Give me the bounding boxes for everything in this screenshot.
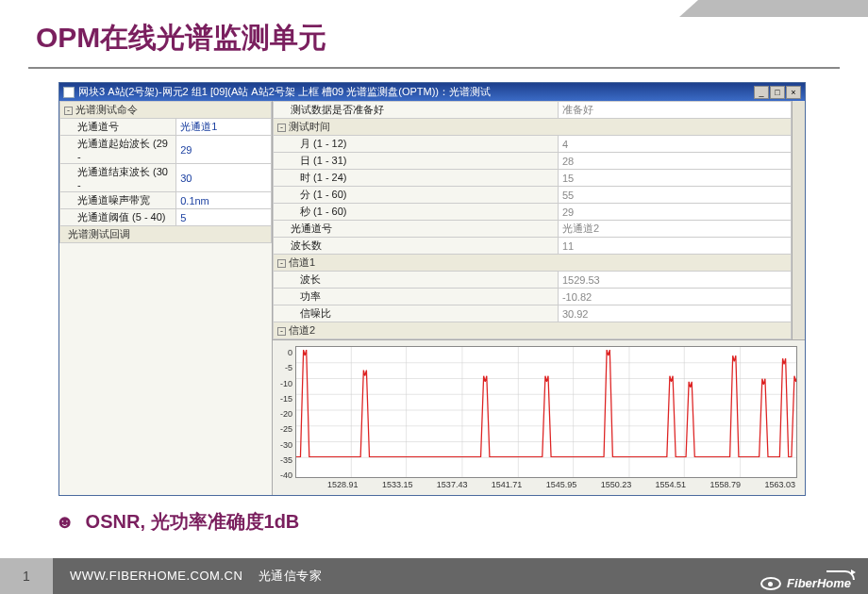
title-bar[interactable]: 网块3 A站(2号架)-网元2 组1 [09](A站 A站2号架 上框 槽09 … xyxy=(59,83,805,101)
bullet-icon: ☻ xyxy=(55,511,75,532)
prop-val[interactable]: 0.1nm xyxy=(176,192,272,209)
logo-eye-icon xyxy=(760,577,781,590)
app-window: 网块3 A站(2号架)-网元2 组1 [09](A站 A站2号架 上框 槽09 … xyxy=(58,82,806,496)
close-button[interactable]: × xyxy=(786,86,801,99)
prop-key: 月 (1 - 12) xyxy=(274,136,559,153)
maximize-button[interactable]: □ xyxy=(770,86,785,99)
prop-val: -10.82 xyxy=(558,289,791,305)
fiberhome-logo: FiberHome xyxy=(760,576,851,590)
prop-key: 时 (1 - 24) xyxy=(274,170,559,187)
prop-val: 准备好 xyxy=(558,102,791,119)
minimize-button[interactable]: _ xyxy=(754,86,769,99)
window-title: 网块3 A站(2号架)-网元2 组1 [09](A站 A站2号架 上框 槽09 … xyxy=(78,85,491,99)
prop-val[interactable]: 5 xyxy=(176,209,272,226)
prop-key: 日 (1 - 31) xyxy=(274,153,559,170)
right-panel: 测试数据是否准备好准备好 -测试时间 月 (1 - 12)4 日 (1 - 31… xyxy=(273,101,805,495)
bullet-osnr: OSNR, xyxy=(86,511,151,532)
chart-area: 0 -5 -10 -15 -20 -25 -30 -35 -40 xyxy=(273,339,805,495)
prop-val: 光通道2 xyxy=(558,221,791,238)
collapse-icon[interactable]: - xyxy=(277,327,286,336)
x-axis: 1528.911533.15 1537.431541.71 1545.95155… xyxy=(295,478,797,489)
bullet-line: ☻ OSNR, 光功率准确度1dB xyxy=(0,496,868,535)
top-accent xyxy=(679,0,868,17)
section-header: 测试时间 xyxy=(289,121,330,132)
prop-val: 29 xyxy=(558,204,791,221)
prop-val: 11 xyxy=(558,238,791,255)
prop-key: 功率 xyxy=(274,289,559,305)
prop-key: 光通道号 xyxy=(60,119,176,136)
prop-val[interactable]: 29 xyxy=(176,136,272,164)
prop-val: 55 xyxy=(558,187,791,204)
prop-key: 分 (1 - 60) xyxy=(274,187,559,204)
prop-val[interactable]: 30 xyxy=(176,164,272,192)
section-header: 信道1 xyxy=(289,256,315,268)
page-number: 1 xyxy=(0,558,53,594)
prop-key: 秒 (1 - 60) xyxy=(274,204,559,221)
prop-key: 波长 xyxy=(274,272,559,289)
prop-key: 光通道噪声带宽 xyxy=(60,192,176,209)
spectrum-svg xyxy=(296,347,796,477)
collapse-icon[interactable]: - xyxy=(64,107,73,115)
section-header: 信道2 xyxy=(289,324,315,336)
prop-val[interactable]: 光通道1 xyxy=(176,119,272,136)
prop-val: 4 xyxy=(558,136,791,153)
left-panel-header: 光谱测试命令 xyxy=(75,104,138,115)
prop-val: 28 xyxy=(558,153,791,170)
prop-key: 光通道结束波长 (30 - xyxy=(60,164,176,192)
footer-url: WWW.FIBERHOME.COM.CN xyxy=(70,569,242,583)
scrollbar[interactable] xyxy=(792,101,805,339)
footer-slogan: 光通信专家 xyxy=(259,569,323,583)
prop-key: 测试数据是否准备好 xyxy=(274,102,559,119)
prop-val: 15 xyxy=(558,170,791,187)
y-axis: 0 -5 -10 -15 -20 -25 -30 -35 -40 xyxy=(280,346,295,489)
collapse-icon[interactable]: - xyxy=(277,259,286,268)
window-icon xyxy=(63,87,75,98)
bullet-text: 光功率准确度1dB xyxy=(151,511,300,532)
prop-key: 光通道阈值 (5 - 40) xyxy=(60,209,176,226)
prop-key: 信噪比 xyxy=(274,305,559,322)
footer: 1 WWW.FIBERHOME.COM.CN 光通信专家 FiberHome xyxy=(0,558,868,594)
prop-val: 1529.53 xyxy=(558,272,791,289)
left-footer-row[interactable]: 光谱测试回调 xyxy=(60,226,272,243)
prop-val: 30.92 xyxy=(558,305,791,322)
prop-key: 光通道起始波长 (29 - xyxy=(60,136,176,164)
title-underline xyxy=(28,67,840,69)
spectrum-plot[interactable] xyxy=(295,346,797,478)
prop-key: 光通道号 xyxy=(274,221,559,238)
collapse-icon[interactable]: - xyxy=(277,124,286,132)
prop-key: 波长数 xyxy=(274,238,559,255)
left-panel: -光谱测试命令 光通道号光通道1 光通道起始波长 (29 -29 光通道结束波长… xyxy=(59,101,273,495)
